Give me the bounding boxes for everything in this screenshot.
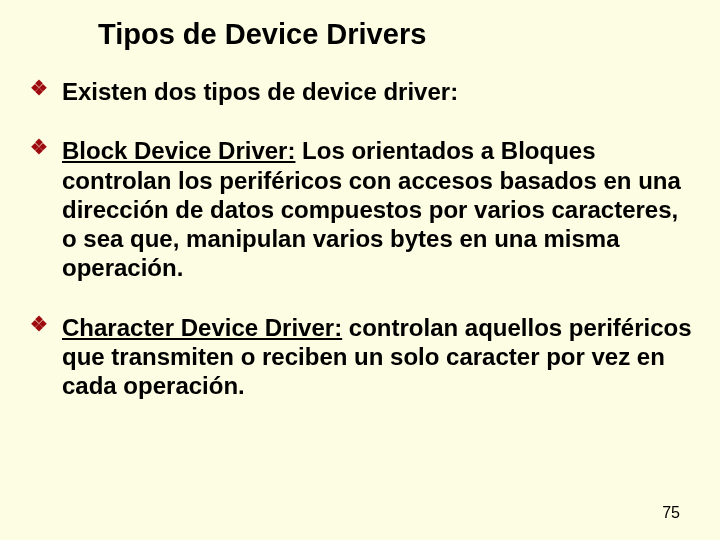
diamond-bullet-icon: ❖: [30, 138, 48, 156]
list-item: ❖ Existen dos tipos de device driver:: [28, 77, 692, 106]
list-item: ❖ Block Device Driver: Los orientados a …: [28, 136, 692, 282]
diamond-bullet-icon: ❖: [30, 79, 48, 97]
page-number: 75: [662, 504, 680, 522]
list-item: ❖ Character Device Driver: controlan aqu…: [28, 313, 692, 401]
bullet-text: Existen dos tipos de device driver:: [62, 78, 458, 105]
bullet-term: Character Device Driver:: [62, 314, 342, 341]
diamond-bullet-icon: ❖: [30, 315, 48, 333]
slide: Tipos de Device Drivers ❖ Existen dos ti…: [0, 0, 720, 400]
bullet-list: ❖ Existen dos tipos de device driver: ❖ …: [28, 77, 692, 400]
bullet-term: Block Device Driver:: [62, 137, 295, 164]
slide-title: Tipos de Device Drivers: [98, 18, 692, 51]
